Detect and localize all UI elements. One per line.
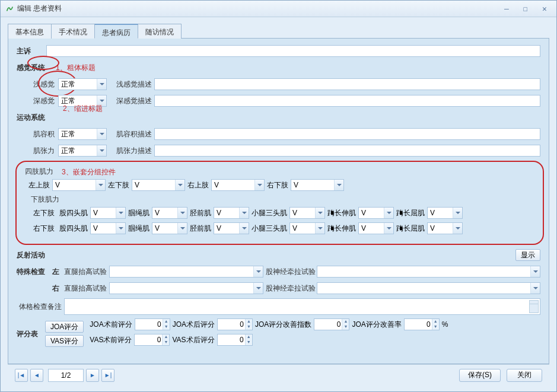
vas-post-label: VAS术后评分 (172, 335, 214, 345)
annotation-2: 2、缩进标题 (63, 104, 103, 114)
annotation-1: 1、粗体标题 (56, 63, 96, 73)
tab-surgery[interactable]: 手术情况 (51, 24, 95, 39)
lu-dropdown[interactable]: V (52, 179, 106, 191)
joa-pre-input[interactable]: 0▲▼ (135, 318, 170, 330)
calf-l-label: 小腿三头肌 (252, 208, 287, 218)
tab-panel: 主诉 感觉系统 1、粗体标题 浅感觉 正常 浅感觉描述 深感觉 正常 深感觉描述… (8, 39, 549, 364)
muscle-volume-label: 肌容积 (17, 129, 58, 139)
show-button[interactable]: 显示 (515, 249, 540, 261)
femoral-left-label: 股神经牵拉试验 (263, 267, 317, 277)
vas-pre-input[interactable]: 0▲▼ (134, 334, 170, 346)
fhl-r-label: 踇长屈肌 (396, 224, 425, 234)
titlebar: 编辑 患者资料 — ☐ ✕ (1, 1, 556, 17)
ehl-l-label: 踇长伸肌 (327, 208, 356, 218)
muscle-volume-desc-label: 肌容积描述 (107, 129, 154, 139)
tib-l-label: 胫前肌 (190, 208, 211, 218)
quad-r-dd[interactable]: V (90, 222, 126, 234)
save-button[interactable]: 保存(S) (459, 369, 501, 382)
joa-post-label: JOA术后评分 (173, 320, 215, 330)
ham-r-label: 腘绳肌 (128, 224, 149, 234)
femoral-right-label: 股神经牵拉试验 (263, 283, 317, 294)
fhl-r-dd[interactable]: V (427, 222, 463, 234)
close-button[interactable]: ✕ (537, 4, 552, 14)
ehl-r-label: 踇长伸肌 (327, 224, 356, 234)
joa-pre-label: JOA术前评分 (90, 320, 132, 330)
superficial-label: 浅感觉 (17, 79, 58, 90)
footer: |◄ ◄ ► ►| 保存(S) 关闭 (8, 364, 549, 385)
nav-first[interactable]: |◄ (15, 369, 28, 382)
remark-textarea[interactable] (64, 298, 540, 315)
fhl-l-dd[interactable]: V (427, 207, 463, 219)
tib-r-dd[interactable]: V (214, 222, 249, 234)
ham-l-dd[interactable]: V (152, 207, 187, 219)
motor-section-head: 运动系统 (17, 113, 45, 123)
quad-l-dd[interactable]: V (90, 207, 126, 219)
muscle-tone-dropdown[interactable]: 正常 (58, 145, 107, 157)
tib-l-dd[interactable]: V (214, 207, 249, 219)
ham-r-dd[interactable]: V (152, 222, 187, 234)
vas-pre-label: VAS术前评分 (90, 335, 132, 345)
deep-desc-input[interactable] (154, 95, 540, 107)
tab-bar: 基本信息 手术情况 患者病历 随访情况 (8, 23, 549, 39)
close-window-button[interactable]: 关闭 (507, 369, 542, 382)
superficial-desc-input[interactable] (154, 78, 540, 90)
slr-right-label: 直腿抬高试验 (62, 283, 109, 294)
ll-left-label: 左下肢 (33, 208, 57, 218)
special-exam-label: 特殊检查 (17, 267, 50, 277)
calf-r-label: 小腿三头肌 (252, 224, 287, 234)
joa-button[interactable]: JOA评分 (45, 321, 84, 333)
joa-rate-input[interactable]: 0▲▼ (404, 318, 440, 330)
window: 编辑 患者资料 — ☐ ✕ 基本信息 手术情况 患者病历 随访情况 主诉 感觉系… (0, 0, 557, 392)
joa-idx-input[interactable]: 0▲▼ (314, 318, 349, 330)
tab-basic-info[interactable]: 基本信息 (8, 24, 52, 39)
rl-label: 右下肢 (267, 180, 288, 190)
femoral-left-dd[interactable] (317, 266, 540, 278)
right-label: 右 (50, 283, 62, 294)
calf-l-dd[interactable]: V (289, 207, 325, 219)
vas-button[interactable]: VAS评分 (45, 335, 84, 347)
muscle-tone-desc-input[interactable] (154, 145, 540, 157)
ll-right-label: 右下肢 (33, 224, 57, 234)
femoral-right-dd[interactable] (317, 282, 540, 294)
nested-group: 四肢肌力 3、嵌套分组控件 左上肢 V 左下肢 V 右上肢 V 右下肢 V 下肢… (15, 161, 544, 245)
percent-label: % (442, 320, 448, 329)
joa-rate-label: JOA评分改善率 (352, 320, 401, 330)
quad-r-label: 股四头肌 (59, 224, 88, 234)
joa-post-input[interactable]: 0▲▼ (217, 318, 253, 330)
score-section-head: 评分表 (17, 329, 45, 339)
tib-r-label: 胫前肌 (190, 224, 211, 234)
scrollbar[interactable] (529, 300, 539, 313)
calf-r-dd[interactable]: V (289, 222, 325, 234)
slr-right-dd[interactable] (109, 282, 263, 294)
ll-dropdown[interactable]: V (132, 179, 185, 191)
sensory-section-head: 感觉系统 (17, 63, 45, 73)
joa-idx-label: JOA评分改善指数 (255, 320, 311, 330)
ru-label: 右上肢 (187, 180, 209, 190)
reflex-section-head: 反射活动 (17, 250, 45, 260)
content-area: 基本信息 手术情况 患者病历 随访情况 主诉 感觉系统 1、粗体标题 浅感觉 正… (1, 17, 556, 391)
pager-input[interactable] (48, 369, 84, 382)
window-title: 编辑 患者资料 (17, 4, 499, 14)
maximize-button[interactable]: ☐ (518, 4, 533, 14)
rl-dropdown[interactable]: V (291, 179, 344, 191)
chief-complaint-input[interactable] (46, 45, 540, 57)
nav-next[interactable]: ► (86, 369, 99, 382)
app-logo-icon (5, 5, 14, 13)
limb-strength-head: 四肢肌力 (25, 167, 53, 177)
ehl-l-dd[interactable]: V (358, 207, 394, 219)
superficial-dropdown[interactable]: 正常 (58, 78, 107, 90)
quad-l-label: 股四头肌 (59, 208, 88, 218)
muscle-volume-dropdown[interactable]: 正常 (58, 128, 107, 140)
vas-post-input[interactable]: 0▲▼ (217, 334, 253, 346)
minimize-button[interactable]: — (499, 4, 514, 14)
tab-followup[interactable]: 随访情况 (138, 24, 182, 39)
tab-patient-history[interactable]: 患者病历 (94, 24, 138, 39)
left-label: 左 (50, 267, 62, 277)
ham-l-label: 腘绳肌 (128, 208, 149, 218)
slr-left-dd[interactable] (109, 266, 263, 278)
nav-prev[interactable]: ◄ (30, 369, 43, 382)
muscle-volume-desc-input[interactable] (154, 128, 540, 140)
ehl-r-dd[interactable]: V (358, 222, 394, 234)
nav-last[interactable]: ►| (101, 369, 114, 382)
ru-dropdown[interactable]: V (211, 179, 265, 191)
